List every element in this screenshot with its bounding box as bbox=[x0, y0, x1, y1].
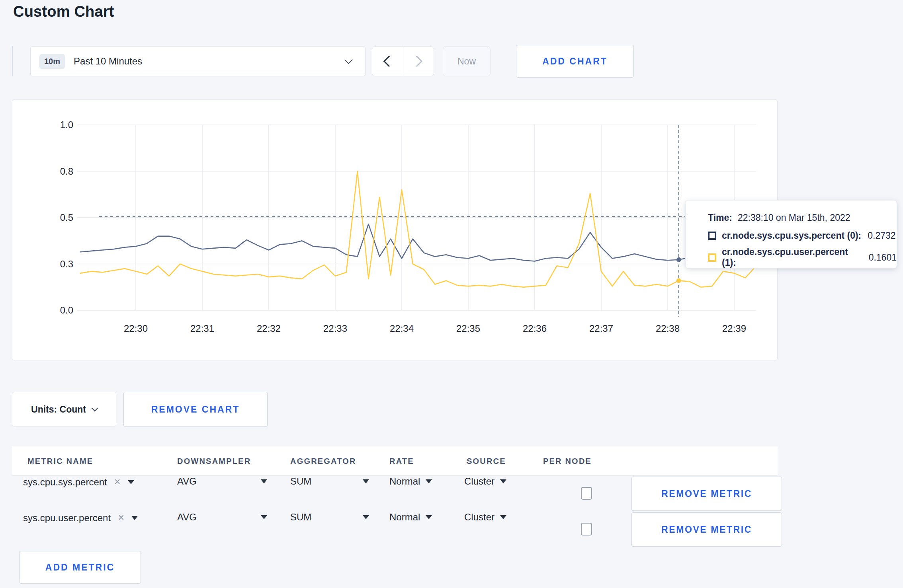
svg-text:0.5: 0.5 bbox=[60, 212, 73, 223]
col-header-aggregator: AGGREGATOR bbox=[290, 457, 356, 466]
per-node-checkbox[interactable] bbox=[581, 487, 592, 500]
source-value: Cluster bbox=[464, 512, 494, 523]
downsampler-value: AVG bbox=[177, 476, 197, 487]
metric-name-select[interactable]: sys.cpu.user.percent × bbox=[23, 512, 138, 524]
svg-text:22:35: 22:35 bbox=[456, 323, 480, 334]
tooltip-series-label: cr.node.sys.cpu.sys.percent (0): bbox=[722, 230, 861, 241]
tooltip-series-value: 0.1601 bbox=[869, 252, 897, 263]
chart-hover-tooltip: Time:22:38:10 on Mar 15th, 2022 cr.node.… bbox=[685, 200, 897, 269]
col-header-downsampler: DOWNSAMPLER bbox=[177, 457, 251, 466]
prev-time-button[interactable] bbox=[372, 47, 403, 76]
tooltip-series-value: 0.2732 bbox=[868, 230, 895, 241]
clear-metric-icon[interactable]: × bbox=[114, 476, 121, 488]
metric-name-value: sys.cpu.sys.percent bbox=[23, 477, 107, 488]
caret-down-icon bbox=[500, 479, 506, 483]
col-header-per-node: PER NODE bbox=[543, 457, 592, 466]
svg-text:22:33: 22:33 bbox=[323, 323, 347, 334]
timeseries-chart[interactable]: 0.00.30.50.81.022:3022:3122:3222:3322:34… bbox=[12, 100, 778, 361]
tooltip-series-label: cr.node.sys.cpu.user.percent (1): bbox=[722, 247, 862, 268]
add-chart-button[interactable]: ADD CHART bbox=[516, 45, 634, 78]
svg-text:0.3: 0.3 bbox=[60, 259, 73, 269]
source-value: Cluster bbox=[464, 476, 494, 487]
svg-text:22:30: 22:30 bbox=[124, 323, 148, 334]
svg-text:22:38: 22:38 bbox=[656, 323, 680, 334]
tooltip-time-label: Time: bbox=[708, 212, 732, 223]
tooltip-time-value: 22:38:10 on Mar 15th, 2022 bbox=[738, 212, 850, 223]
add-metric-button[interactable]: ADD METRIC bbox=[19, 551, 141, 584]
rate-value: Normal bbox=[389, 476, 420, 487]
svg-text:0.0: 0.0 bbox=[60, 305, 73, 315]
metric-name-select[interactable]: sys.cpu.sys.percent × bbox=[23, 476, 134, 488]
tooltip-series-row: cr.node.sys.cpu.user.percent (1): 0.1601 bbox=[708, 247, 897, 268]
svg-text:22:31: 22:31 bbox=[190, 323, 214, 334]
units-select[interactable]: Units: Count bbox=[12, 392, 116, 427]
metric-row-2: sys.cpu.user.percent × AVG SUM Normal Cl… bbox=[12, 512, 778, 547]
toolbar-divider bbox=[12, 46, 13, 76]
metric-name-value: sys.cpu.user.percent bbox=[23, 512, 111, 524]
aggregator-select[interactable]: SUM bbox=[290, 512, 369, 523]
units-label: Units: Count bbox=[31, 404, 86, 415]
time-nav-arrows bbox=[372, 46, 434, 76]
svg-text:22:36: 22:36 bbox=[523, 323, 547, 334]
chart-panel: 0.00.30.50.81.022:3022:3122:3222:3322:34… bbox=[12, 99, 778, 360]
tooltip-series-row: cr.node.sys.cpu.sys.percent (0): 0.2732 bbox=[708, 230, 897, 241]
time-range-label: Past 10 Minutes bbox=[74, 56, 142, 67]
time-range-select[interactable]: 10m Past 10 Minutes bbox=[30, 46, 366, 76]
caret-down-icon bbox=[500, 515, 506, 519]
caret-down-icon bbox=[261, 515, 267, 519]
downsampler-value: AVG bbox=[177, 512, 197, 523]
remove-metric-button[interactable]: REMOVE METRIC bbox=[631, 477, 782, 511]
svg-text:22:39: 22:39 bbox=[722, 323, 746, 334]
remove-chart-button[interactable]: REMOVE CHART bbox=[123, 392, 268, 427]
chevron-down-icon bbox=[344, 56, 353, 64]
col-header-source: SOURCE bbox=[467, 457, 506, 466]
chevron-down-icon bbox=[91, 405, 98, 412]
source-select[interactable]: Cluster bbox=[464, 512, 506, 523]
caret-down-icon bbox=[426, 515, 432, 519]
svg-text:1.0: 1.0 bbox=[60, 119, 73, 130]
aggregator-value: SUM bbox=[290, 512, 311, 523]
caret-down-icon bbox=[261, 479, 267, 483]
downsampler-select[interactable]: AVG bbox=[177, 512, 267, 523]
caret-down-icon bbox=[363, 479, 369, 483]
svg-text:22:37: 22:37 bbox=[589, 323, 613, 334]
clear-metric-icon[interactable]: × bbox=[118, 512, 124, 524]
aggregator-value: SUM bbox=[290, 476, 311, 487]
page-title: Custom Chart bbox=[13, 3, 114, 20]
tooltip-time-row: Time:22:38:10 on Mar 15th, 2022 bbox=[708, 212, 897, 223]
next-time-button[interactable] bbox=[403, 47, 434, 76]
svg-text:0.8: 0.8 bbox=[60, 166, 73, 177]
caret-down-icon bbox=[363, 515, 369, 519]
per-node-checkbox[interactable] bbox=[581, 523, 592, 535]
rate-select[interactable]: Normal bbox=[389, 512, 432, 523]
rate-value: Normal bbox=[389, 512, 420, 523]
custom-chart-page: Custom Chart 10m Past 10 Minutes Now ADD… bbox=[0, 0, 903, 588]
remove-metric-button[interactable]: REMOVE METRIC bbox=[631, 512, 782, 547]
caret-down-icon bbox=[131, 516, 138, 520]
aggregator-select[interactable]: SUM bbox=[290, 476, 369, 487]
caret-down-icon bbox=[128, 480, 134, 484]
metric-row-1: sys.cpu.sys.percent × AVG SUM Normal Clu… bbox=[12, 476, 778, 512]
col-header-metric-name: METRIC NAME bbox=[27, 457, 93, 466]
svg-text:22:34: 22:34 bbox=[390, 323, 414, 334]
downsampler-select[interactable]: AVG bbox=[177, 476, 267, 487]
source-select[interactable]: Cluster bbox=[464, 476, 506, 487]
chevron-right-icon bbox=[411, 56, 422, 67]
chevron-left-icon bbox=[383, 56, 395, 67]
metrics-table-header: METRIC NAME DOWNSAMPLER AGGREGATOR RATE … bbox=[12, 446, 778, 476]
svg-text:22:32: 22:32 bbox=[257, 323, 281, 334]
time-range-badge: 10m bbox=[39, 54, 65, 69]
series-swatch-sys bbox=[708, 232, 716, 240]
rate-select[interactable]: Normal bbox=[389, 476, 432, 487]
caret-down-icon bbox=[426, 479, 432, 483]
col-header-rate: RATE bbox=[389, 457, 414, 466]
now-button[interactable]: Now bbox=[443, 46, 491, 76]
series-swatch-user bbox=[708, 253, 716, 262]
